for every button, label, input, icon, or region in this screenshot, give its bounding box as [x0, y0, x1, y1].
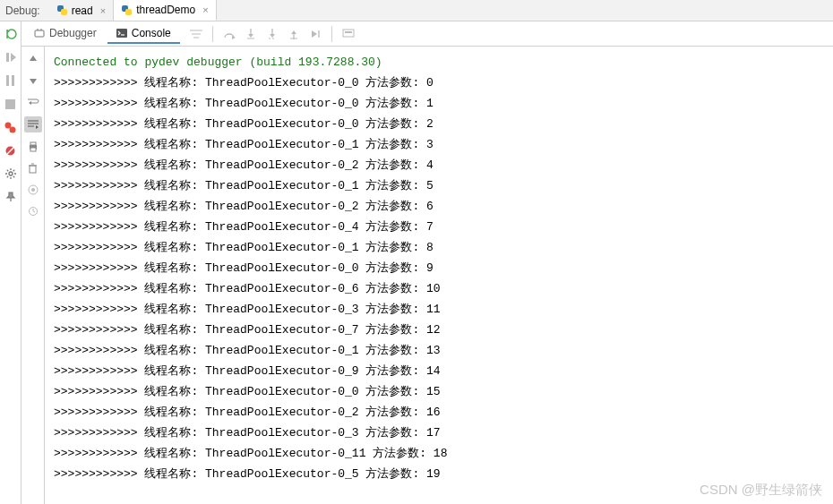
console-line: >>>>>>>>>>>> 线程名称: ThreadPoolExecutor-0_…: [54, 423, 824, 443]
console-line: >>>>>>>>>>>> 线程名称: ThreadPoolExecutor-0_…: [54, 299, 824, 320]
tab-threaddemo[interactable]: threadDemo ×: [114, 0, 216, 21]
left-gutter: [0, 21, 21, 504]
pause-icon[interactable]: [4, 73, 18, 88]
svg-rect-1: [6, 53, 9, 62]
console-line: >>>>>>>>>>>> 线程名称: ThreadPoolExecutor-0_…: [54, 175, 824, 196]
svg-point-6: [5, 122, 12, 128]
mute-breakpoints-icon[interactable]: [4, 143, 18, 158]
svg-rect-14: [116, 29, 127, 38]
new-watch-icon[interactable]: [26, 183, 40, 197]
up-stack-icon[interactable]: [26, 52, 40, 66]
rerun-icon[interactable]: [4, 27, 18, 41]
svg-point-47: [31, 188, 35, 192]
tab-console[interactable]: Console: [107, 24, 180, 44]
console-line: >>>>>>>>>>>> 线程名称: ThreadPoolExecutor-0_…: [54, 361, 824, 381]
debug-sub-toolbar: Debugger Console: [21, 21, 833, 47]
tab-label: read: [72, 4, 93, 17]
watch-icon[interactable]: [26, 204, 40, 218]
view-breakpoints-icon[interactable]: [4, 120, 18, 134]
console-line: >>>>>>>>>>>> 线程名称: ThreadPoolExecutor-0_…: [54, 217, 824, 237]
svg-marker-34: [30, 79, 37, 84]
python-icon: [121, 4, 133, 16]
console-line: >>>>>>>>>>>> 线程名称: ThreadPoolExecutor-0_…: [54, 278, 824, 299]
python-icon: [56, 4, 68, 16]
console-line: >>>>>>>>>>>> 线程名称: ThreadPoolExecutor-0_…: [54, 320, 824, 340]
svg-rect-5: [5, 99, 15, 109]
console-line: >>>>>>>>>>>> 线程名称: ThreadPoolExecutor-0_…: [54, 402, 824, 423]
svg-marker-33: [30, 56, 37, 61]
console-line: >>>>>>>>>>>> 线程名称: ThreadPoolExecutor-0_…: [54, 134, 824, 155]
debugger-label: Debugger: [49, 27, 97, 39]
tab-debugger[interactable]: Debugger: [25, 24, 106, 44]
svg-marker-35: [29, 101, 31, 105]
debugger-icon: [34, 28, 45, 38]
svg-rect-43: [30, 166, 36, 173]
svg-marker-2: [11, 53, 16, 62]
filter-icon[interactable]: [187, 25, 205, 43]
svg-rect-4: [12, 75, 14, 86]
connect-line: Connected to pydev debugger (build 193.7…: [54, 52, 824, 73]
tab-label: threadDemo: [136, 4, 195, 16]
svg-marker-39: [36, 125, 39, 129]
svg-rect-41: [30, 142, 36, 145]
stop-icon[interactable]: [4, 97, 18, 111]
step-out-icon[interactable]: [285, 25, 303, 43]
tab-read[interactable]: read ×: [49, 0, 114, 21]
console-line: >>>>>>>>>>>> 线程名称: ThreadPoolExecutor-0_…: [54, 155, 824, 175]
console-line: >>>>>>>>>>>> 线程名称: ThreadPoolExecutor-0_…: [54, 237, 824, 258]
clear-icon[interactable]: [26, 161, 40, 175]
svg-marker-21: [248, 34, 253, 38]
svg-point-7: [10, 126, 16, 132]
console-line: >>>>>>>>>>>> 线程名称: ThreadPoolExecutor-0_…: [54, 340, 824, 361]
svg-marker-27: [291, 30, 296, 34]
console-line: >>>>>>>>>>>> 线程名称: ThreadPoolExecutor-0_…: [54, 381, 824, 402]
step-into-my-icon[interactable]: [263, 25, 281, 43]
svg-line-50: [33, 211, 35, 212]
console-icon: [116, 28, 127, 38]
soft-wrap-icon[interactable]: [26, 95, 40, 109]
evaluate-icon[interactable]: [339, 25, 357, 43]
close-icon[interactable]: ×: [202, 4, 208, 15]
step-over-icon[interactable]: [220, 25, 238, 43]
console-line: >>>>>>>>>>>> 线程名称: ThreadPoolExecutor-0_…: [54, 443, 824, 464]
svg-marker-29: [312, 30, 317, 38]
console-output[interactable]: Connected to pydev debugger (build 193.7…: [45, 47, 833, 504]
svg-rect-42: [30, 148, 36, 151]
watermark: CSDN @野生绿箭侠: [700, 482, 822, 499]
close-icon[interactable]: ×: [100, 5, 106, 16]
console-gutter: [21, 47, 45, 504]
console-line: >>>>>>>>>>>> 线程名称: ThreadPoolExecutor-0_…: [54, 73, 824, 93]
svg-marker-24: [270, 34, 275, 38]
svg-rect-32: [345, 31, 352, 33]
pin-icon[interactable]: [4, 190, 18, 204]
console-line: >>>>>>>>>>>> 线程名称: ThreadPoolExecutor-0_…: [54, 93, 824, 114]
print-icon[interactable]: [26, 140, 40, 154]
svg-rect-3: [6, 75, 9, 86]
console-label: Console: [132, 27, 171, 39]
console-line: >>>>>>>>>>>> 线程名称: ThreadPoolExecutor-0_…: [54, 114, 824, 134]
settings-icon[interactable]: [4, 167, 18, 181]
debug-label: Debug:: [5, 4, 40, 17]
svg-point-10: [9, 172, 13, 175]
run-to-cursor-icon[interactable]: [306, 25, 324, 43]
svg-rect-11: [35, 30, 44, 37]
debug-tab-bar: Debug: read × threadDemo ×: [0, 0, 833, 21]
step-into-icon[interactable]: [242, 25, 260, 43]
console-line: >>>>>>>>>>>> 线程名称: ThreadPoolExecutor-0_…: [54, 196, 824, 217]
scroll-to-end-icon[interactable]: [24, 116, 42, 132]
down-stack-icon[interactable]: [26, 73, 40, 88]
console-line: >>>>>>>>>>>> 线程名称: ThreadPoolExecutor-0_…: [54, 258, 824, 278]
resume-icon[interactable]: [4, 50, 18, 64]
